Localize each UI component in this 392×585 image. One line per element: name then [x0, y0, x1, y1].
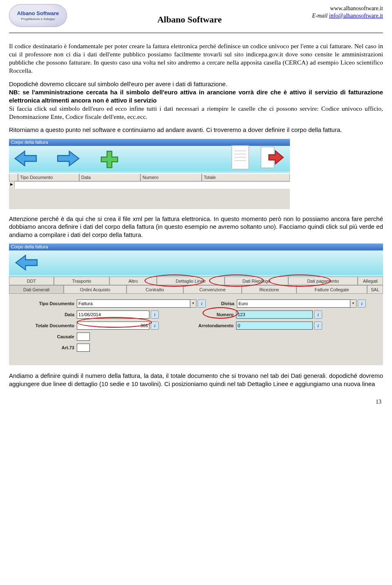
tab-dati-generali[interactable]: Dati Generali: [9, 285, 64, 294]
tab-allegati[interactable]: Allegati: [358, 277, 383, 285]
info-icon[interactable]: i: [314, 310, 322, 319]
forward-arrow-icon[interactable]: [55, 148, 81, 169]
input-tipo-documento[interactable]: Fattura: [77, 299, 190, 308]
row-marker-header: [9, 174, 18, 181]
page-number: 13: [9, 398, 383, 406]
empty-row: ▶: [9, 181, 290, 189]
divider: [9, 33, 383, 33]
tab-contratto[interactable]: Contratto: [127, 285, 183, 294]
brand-title: Albano Software: [67, 14, 312, 26]
fields-panel: Tipo Documento Fattura ▼ i Divisa Euro ▼…: [9, 294, 383, 355]
label-tipo-documento: Tipo Documento: [13, 301, 77, 306]
col-numero[interactable]: Numero: [140, 174, 202, 181]
logo: Albano Software Progettazione e Sviluppo: [9, 4, 67, 27]
label-numero: Numero: [159, 312, 236, 317]
tab-altro[interactable]: Altro: [109, 277, 157, 285]
page-header: Albano Software Progettazione e Sviluppo…: [9, 4, 383, 27]
input-arrotondamento[interactable]: 0: [236, 322, 313, 330]
screenshot-corpo-fattura-1: Corpo della fattura: [9, 139, 383, 209]
tab-dettaglio-linee[interactable]: Dettaglio Linee: [157, 277, 225, 285]
tab-dati-pagamento[interactable]: Dati pagamento: [288, 277, 358, 285]
header-url: www.albanosoftware.it: [312, 5, 383, 12]
svg-marker-9: [16, 255, 37, 270]
input-divisa[interactable]: Euro: [237, 299, 350, 308]
info-icon[interactable]: i: [198, 299, 206, 308]
tab-row-top: DDT Trasporto Altro Dettaglio Linee Dati…: [9, 277, 383, 285]
tab-ddt[interactable]: DDT: [9, 277, 54, 285]
column-headers: Tipo Documento Data Numero Totale: [9, 173, 290, 181]
email-link[interactable]: info@albanosoftware.it: [329, 13, 383, 19]
screenshot-corpo-fattura-2: Corpo della fattura DDT Trasporto Altro …: [9, 243, 383, 365]
paragraph-5: Andiamo a definire quindi il numero dell…: [9, 372, 383, 388]
input-totale[interactable]: 366: [77, 322, 149, 330]
input-art73[interactable]: [77, 344, 90, 352]
add-plus-icon[interactable]: [96, 148, 122, 169]
info-icon[interactable]: i: [314, 322, 322, 330]
tab-convenzione[interactable]: Convenzione: [183, 285, 242, 294]
dropdown-icon[interactable]: ▼: [350, 299, 356, 308]
label-totale: Totale Documento: [13, 323, 77, 328]
label-arrotondamento: Arrotondamento: [159, 323, 236, 328]
info-icon[interactable]: i: [358, 299, 366, 308]
paragraph-3: Ritorniamo a questo punto nel software e…: [9, 126, 383, 134]
input-numero[interactable]: 123: [236, 310, 313, 319]
tab-row-bottom: Dati Generali Ordini Acquisto Contratto …: [9, 285, 383, 294]
svg-marker-0: [15, 151, 36, 166]
logo-title: Albano Software: [17, 10, 59, 17]
tab-trasporto[interactable]: Trasporto: [54, 277, 109, 285]
paragraph-2: Dopodichè dovremo cliccare sul simbolo d…: [9, 80, 383, 121]
window-titlebar-2: Corpo della fattura: [9, 243, 383, 250]
label-data: Data: [13, 312, 77, 317]
tab-fatture-collegate[interactable]: Fatture Collegate: [296, 285, 367, 294]
back-arrow-icon[interactable]: [13, 148, 39, 169]
label-divisa: Divisa: [206, 301, 237, 306]
row-marker-icon: ▶: [9, 181, 15, 188]
toolbar-2: [9, 250, 383, 277]
label-causale: Causale: [13, 334, 77, 339]
svg-marker-1: [58, 151, 79, 166]
info-icon[interactable]: i: [151, 322, 159, 330]
export-red-arrow-icon[interactable]: [260, 148, 286, 169]
logo-subtitle: Progettazione e Sviluppo: [21, 17, 55, 21]
tab-sal[interactable]: SAL: [367, 285, 383, 294]
paragraph-4: Attenzione perché è da qui che si crea i…: [9, 215, 383, 239]
toolbar: [9, 146, 290, 173]
label-art73: Art.73: [13, 345, 77, 351]
tab-ordini-acquisto[interactable]: Ordini Acquisto: [64, 285, 126, 294]
paragraph-1: Il codice destinatario è fondamentale pe…: [9, 42, 383, 75]
input-causale[interactable]: [77, 333, 90, 341]
col-tipo-documento[interactable]: Tipo Documento: [18, 174, 79, 181]
document-icon[interactable]: [228, 148, 254, 169]
back-arrow-icon[interactable]: [14, 252, 40, 273]
input-data[interactable]: 11/06/2014: [77, 310, 149, 319]
info-icon[interactable]: i: [151, 310, 159, 319]
tab-dati-riepilogo[interactable]: Dati Riepilogo: [225, 277, 288, 285]
col-totale[interactable]: Totale: [202, 174, 290, 181]
dropdown-icon[interactable]: ▼: [190, 299, 196, 308]
tab-ricezione[interactable]: Ricezione: [242, 285, 296, 294]
header-email-line: E-mail info@albanosoftware.it: [312, 12, 383, 20]
col-data[interactable]: Data: [79, 174, 140, 181]
